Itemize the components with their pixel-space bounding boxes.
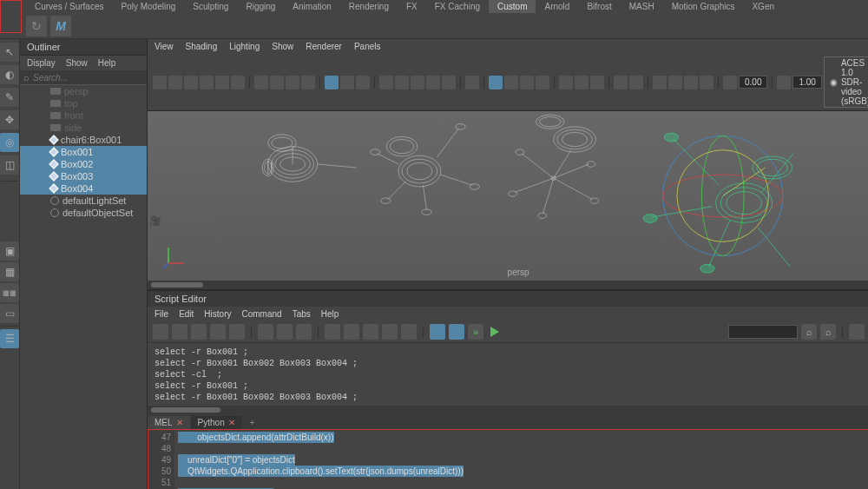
shelf-tab[interactable]: Bifrost bbox=[578, 0, 620, 13]
script-menu-item[interactable]: Tabs bbox=[293, 309, 311, 319]
vp-tool[interactable] bbox=[536, 76, 549, 89]
viewport-3d[interactable]: 🎥 persp bbox=[148, 111, 868, 281]
camera-bookmark-icon[interactable]: 🎥 bbox=[149, 215, 163, 229]
vp-tool[interactable] bbox=[442, 76, 456, 89]
shelf-tab[interactable]: Rigging bbox=[237, 0, 284, 13]
play-icon[interactable] bbox=[490, 327, 499, 337]
script-history[interactable]: select -r Box001 ; select -r Box001 Box0… bbox=[148, 343, 868, 406]
outliner-item[interactable]: chair6:Box001 bbox=[20, 134, 147, 146]
layout-tool-1[interactable]: ▣ bbox=[0, 241, 19, 261]
sc-tool[interactable] bbox=[430, 324, 445, 340]
shelf-icon-reload[interactable]: ↻ bbox=[26, 16, 47, 36]
outliner-item[interactable]: side bbox=[20, 122, 147, 134]
vp-tool[interactable] bbox=[301, 76, 315, 89]
vp-tool[interactable] bbox=[590, 76, 604, 89]
sc-tool[interactable] bbox=[296, 324, 312, 340]
vp-tool[interactable] bbox=[215, 76, 229, 89]
layout-tool-4[interactable]: ▭ bbox=[0, 304, 19, 323]
rotate-tool[interactable]: ◎ bbox=[0, 133, 19, 152]
script-menu-item[interactable]: Help bbox=[321, 309, 339, 319]
vp-tool[interactable] bbox=[231, 76, 245, 89]
vp-tool[interactable] bbox=[153, 76, 167, 89]
viewport-menu-item[interactable]: View bbox=[155, 42, 174, 51]
vp-tool[interactable] bbox=[286, 76, 299, 89]
outliner-item[interactable]: Box003 bbox=[20, 170, 147, 182]
vp-tool[interactable] bbox=[340, 76, 354, 89]
vp-tool[interactable] bbox=[270, 76, 284, 89]
search-replace-icon[interactable]: ⌕ bbox=[820, 324, 836, 340]
script-search-input[interactable] bbox=[728, 325, 798, 339]
select-tool[interactable]: ↖ bbox=[0, 43, 19, 62]
sc-tool-execute[interactable]: » bbox=[468, 324, 483, 340]
vp-tool[interactable] bbox=[411, 76, 424, 89]
sc-tool[interactable] bbox=[401, 324, 417, 340]
color-space-dropdown[interactable]: ◉ ACES 1.0 SDR-video (sRGB) ▾ bbox=[824, 56, 868, 108]
sc-tool[interactable] bbox=[153, 324, 168, 340]
viewport-menu-item[interactable]: Renderer bbox=[306, 42, 342, 51]
shelf-icon-maya[interactable]: M bbox=[50, 16, 71, 36]
outliner-item[interactable]: front bbox=[20, 109, 147, 122]
shelf-tab[interactable]: Arnold bbox=[536, 0, 578, 13]
search-icon[interactable]: ⌕ bbox=[801, 324, 817, 340]
close-icon[interactable]: ✕ bbox=[176, 418, 183, 427]
vp-tool[interactable] bbox=[653, 76, 667, 89]
outliner-item[interactable]: Box004 bbox=[20, 182, 147, 195]
script-tab[interactable]: Python✕ bbox=[191, 416, 242, 429]
vp-tool[interactable] bbox=[200, 76, 214, 89]
paint-tool[interactable]: ✎ bbox=[0, 88, 19, 107]
vp-tool[interactable] bbox=[254, 76, 268, 89]
code-text[interactable]: objectsDict.append(attrDictBuild(x)) unr… bbox=[174, 430, 868, 489]
viewport-menu-item[interactable]: Shading bbox=[186, 42, 218, 51]
sc-tool[interactable] bbox=[172, 324, 187, 340]
outliner-tree[interactable]: persptopfrontsidechair6:Box001Box001Box0… bbox=[20, 85, 147, 489]
vp-tool[interactable] bbox=[426, 76, 440, 89]
viewport-menu-item[interactable]: Show bbox=[272, 42, 293, 51]
vp-tool[interactable] bbox=[465, 76, 479, 89]
script-tab[interactable]: MEL✕ bbox=[148, 416, 190, 429]
vp-tool[interactable] bbox=[379, 76, 393, 89]
vp-tool[interactable] bbox=[684, 76, 698, 89]
vp-tool[interactable] bbox=[325, 76, 339, 89]
shelf-tab[interactable]: XGen bbox=[743, 0, 783, 13]
vp-tool[interactable] bbox=[629, 76, 643, 89]
vp-tool[interactable] bbox=[356, 76, 370, 89]
sc-tool[interactable] bbox=[325, 324, 340, 340]
history-scrollbar[interactable] bbox=[148, 406, 868, 414]
viewport-menu-item[interactable]: Lighting bbox=[229, 42, 260, 51]
vp-tool[interactable] bbox=[168, 76, 182, 89]
outliner-item[interactable]: Box001 bbox=[20, 146, 147, 158]
script-menu-item[interactable]: Edit bbox=[179, 309, 194, 319]
viewport-scrollbar[interactable] bbox=[148, 281, 868, 289]
layout-tool-2[interactable]: ▦ bbox=[0, 262, 19, 281]
shelf-tab[interactable]: Sculpting bbox=[184, 0, 237, 13]
shelf-tab[interactable]: Custom bbox=[489, 0, 536, 13]
shelf-tab[interactable]: Animation bbox=[284, 0, 339, 13]
outliner-item[interactable]: top bbox=[20, 97, 147, 109]
script-code-area[interactable]: 474849505152535455 objectsDict.append(at… bbox=[148, 429, 868, 489]
script-menu-item[interactable]: File bbox=[155, 309, 168, 319]
vp-tool[interactable] bbox=[520, 76, 534, 89]
shelf-tab[interactable]: Curves / Surfaces bbox=[26, 0, 112, 13]
vp-tool[interactable] bbox=[184, 76, 198, 89]
sc-tool[interactable] bbox=[344, 324, 359, 340]
layout-tool-5[interactable]: ☰ bbox=[0, 329, 19, 348]
sc-tool[interactable] bbox=[258, 324, 273, 340]
outliner-item[interactable]: defaultLightSet bbox=[20, 195, 147, 207]
shelf-tab[interactable]: Poly Modeling bbox=[112, 0, 184, 13]
sc-tool[interactable] bbox=[449, 324, 464, 340]
close-icon[interactable]: ✕ bbox=[228, 418, 235, 427]
lasso-tool[interactable]: ◐ bbox=[0, 65, 19, 84]
outliner-search-input[interactable] bbox=[33, 73, 143, 83]
sc-tool[interactable] bbox=[363, 324, 378, 340]
vp-tool[interactable] bbox=[395, 76, 409, 89]
vp-tool[interactable] bbox=[575, 76, 589, 89]
outliner-item[interactable]: persp bbox=[20, 85, 147, 97]
sc-tool[interactable] bbox=[277, 324, 293, 340]
sc-tool[interactable] bbox=[382, 324, 398, 340]
outliner-item[interactable]: Box002 bbox=[20, 158, 147, 170]
script-menu-item[interactable]: Command bbox=[241, 309, 281, 319]
add-tab-button[interactable]: + bbox=[243, 416, 262, 429]
vp-tool[interactable] bbox=[700, 76, 713, 89]
sc-tool[interactable] bbox=[191, 324, 207, 340]
vp-tool[interactable] bbox=[489, 76, 503, 89]
